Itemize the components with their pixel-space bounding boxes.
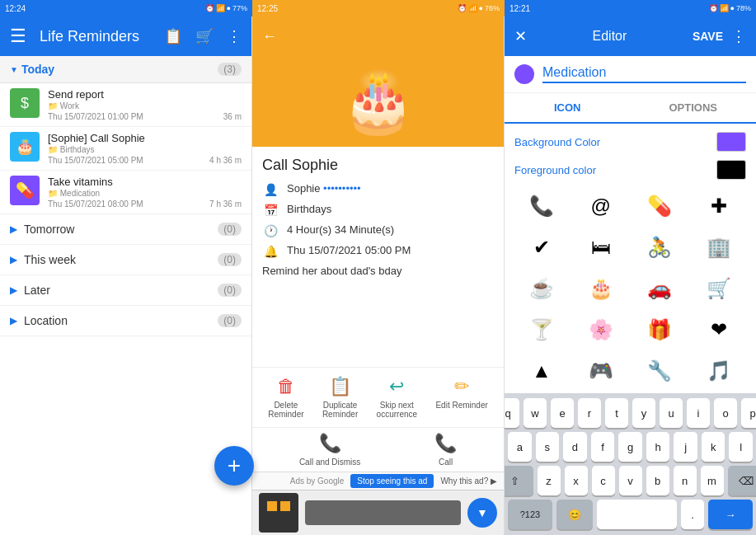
icon-pill[interactable]: 💊 [633,188,688,224]
icon-car[interactable]: 🚗 [633,270,688,307]
foreground-color-swatch[interactable] [716,160,746,180]
thisweek-arrow: ▶ [10,254,17,265]
icon-coffee[interactable]: ☕ [514,270,569,307]
key-j[interactable]: j [674,432,697,462]
reminder-content-send-report: Send report 📁 Work Thu 15/07/2021 01:00 … [48,88,242,121]
key-l[interactable]: l [729,432,753,462]
ad-download-button[interactable]: ▼ [467,498,497,528]
key-t[interactable]: t [605,398,628,428]
note-text: Remind her about dad's bday [262,265,494,277]
icon-building[interactable]: 🏢 [692,229,746,265]
tab-icon[interactable]: ICON [505,93,631,124]
icon-heart[interactable]: ❤ [692,312,746,348]
key-h[interactable]: h [646,432,670,462]
icon-gamepad[interactable]: 🎮 [574,353,628,389]
close-icon[interactable]: ✕ [514,27,527,45]
icon-music[interactable]: 🎵 [692,353,746,389]
key-emoji[interactable]: 😊 [556,500,593,529]
today-label: Today [21,63,218,76]
mid-panel: ← 🎂 Call Sophie 👤 Sophie •••••••••• 📅 Bi… [252,16,505,535]
fab-button[interactable]: + [214,446,254,486]
icon-cart[interactable]: 🛒 [692,270,746,307]
icon-flower[interactable]: 🌸 [574,312,628,348]
key-s[interactable]: s [536,432,560,462]
call-action[interactable]: 📞 Call [434,433,457,467]
key-z[interactable]: z [538,466,561,495]
menu-icon[interactable]: ☰ [10,26,26,47]
key-enter[interactable]: → [708,500,753,529]
reminder-meta-call-sophie: Thu 15/07/2021 05:00 PM 4 h 36 m [48,156,242,165]
key-space[interactable] [597,500,677,529]
reminder-name-input[interactable] [542,65,746,83]
key-c[interactable]: c [592,466,615,495]
key-y[interactable]: y [632,398,655,428]
cart-icon[interactable]: 🛒 [195,27,214,45]
icon-cocktail[interactable]: 🍸 [514,312,569,348]
key-f[interactable]: f [591,432,615,462]
stop-seeing-ad-button[interactable]: Stop seeing this ad [350,474,434,488]
icon-gift[interactable]: 🎁 [633,312,688,348]
more-icon[interactable]: ⋮ [731,27,746,45]
battery-mid: 76% [485,4,500,12]
key-n[interactable]: n [674,466,697,495]
later-section[interactable]: ▶ Later (0) [0,275,251,306]
duplicate-action[interactable]: 📋 DuplicateReminder [322,376,358,419]
key-d[interactable]: d [563,432,587,462]
icon-at[interactable]: @ [574,188,628,224]
icon-wrench[interactable]: 🔧 [633,353,688,389]
key-p[interactable]: p [741,398,756,428]
reminder-title-call-sophie: [Sophie] Call Sophie [48,132,242,144]
icon-cake[interactable]: 🎂 [574,270,628,307]
back-icon[interactable]: ← [262,28,277,45]
icon-check[interactable]: ✔ [514,229,569,265]
icon-arrow-up[interactable]: ▲ [514,353,569,389]
icon-phone[interactable]: 📞 [514,188,569,224]
background-color-row: Background Color [514,132,746,152]
key-w[interactable]: w [524,398,547,428]
reminder-date-send-report: Thu 15/07/2021 01:00 PM [48,112,143,121]
skip-action[interactable]: ↩ Skip nextoccurrence [377,376,417,419]
icon-cross[interactable]: ✚ [692,188,746,224]
delete-action[interactable]: 🗑 DeleteReminder [268,376,303,419]
key-x[interactable]: x [565,466,588,495]
more-icon[interactable]: ⋮ [227,27,242,45]
svg-rect-3 [280,514,290,524]
key-o[interactable]: o [714,398,737,428]
today-section-header[interactable]: ▼ Today (3) [0,56,251,83]
key-period[interactable]: . [681,500,704,529]
status-bar-left: 12:24 ⏰ 📶 ● 77% [0,0,252,16]
right-content: Background Color Foreground color 📞 @ 💊 … [505,124,756,393]
location-section[interactable]: ▶ Location (0) [0,306,251,336]
icon-bike[interactable]: 🚴 [633,229,688,265]
key-e[interactable]: e [551,398,574,428]
tab-options[interactable]: OPTIONS [631,93,757,122]
later-count: (0) [218,284,242,297]
key-backspace[interactable]: ⌫ [728,466,757,495]
reminder-icon-send-report: $ [10,88,40,118]
save-button[interactable]: SAVE [693,30,723,43]
thisweek-section[interactable]: ▶ This week (0) [0,245,251,275]
key-b[interactable]: b [646,466,669,495]
add-icon[interactable]: 📋 [164,27,182,45]
key-a[interactable]: a [508,432,532,462]
key-r[interactable]: r [578,398,601,428]
icon-bed[interactable]: 🛏 [574,229,628,265]
reminder-call-sophie[interactable]: 🎂 [Sophie] Call Sophie 📁 Birthdays Thu 1… [0,127,251,171]
key-u[interactable]: u [660,398,683,428]
mid-hero: 🎂 [252,56,504,147]
reminder-send-report[interactable]: $ Send report 📁 Work Thu 15/07/2021 01:0… [0,83,251,127]
key-num[interactable]: ?123 [508,500,552,529]
category-icon: 📅 [262,204,279,217]
key-k[interactable]: k [702,432,725,462]
tomorrow-section[interactable]: ▶ Tomorrow (0) [0,214,251,245]
tomorrow-label: Tomorrow [24,223,218,236]
why-ad-link[interactable]: Why this ad? ▶ [440,476,497,486]
key-i[interactable]: i [687,398,710,428]
key-m[interactable]: m [701,466,724,495]
key-v[interactable]: v [619,466,642,495]
background-color-swatch[interactable] [716,132,746,152]
call-dismiss-action[interactable]: 📞 Call and Dismiss [299,433,360,467]
edit-action[interactable]: ✏ Edit Reminder [435,376,487,419]
reminder-take-vitamins[interactable]: 💊 Take vitamins 📁 Medication Thu 15/07/2… [0,171,251,214]
key-g[interactable]: g [618,432,642,462]
